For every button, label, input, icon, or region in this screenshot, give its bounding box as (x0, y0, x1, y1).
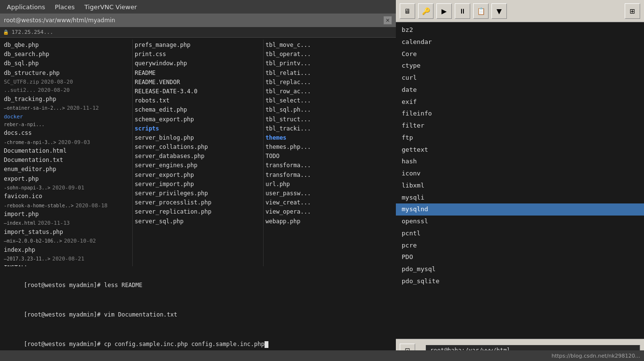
list-item: INSTALL (4, 263, 130, 267)
places-menu[interactable]: Places (52, 2, 77, 12)
list-item: —2017.3.23-11..> 2020-08-21 (4, 255, 130, 263)
list-item: tbl_tracki... (266, 124, 392, 133)
vnc-btn-monitor[interactable]: 🖥 (400, 3, 415, 19)
list-item: user_passw... (266, 189, 392, 198)
list-item: transforma... (266, 171, 392, 180)
list-item: server_processlist.php (135, 198, 261, 207)
extension-item-mysqli[interactable]: mysqli (396, 192, 644, 204)
extension-item-pcre[interactable]: pcre (396, 240, 644, 252)
list-item: tbl_replac... (266, 78, 392, 87)
terminal-title: root@westos:/var/www/html/myadmin (4, 17, 115, 24)
vnc-btn-clipboard[interactable]: 📋 (473, 3, 489, 19)
extension-item-filter[interactable]: filter (396, 120, 644, 132)
extension-item-libxml[interactable]: libxml (396, 180, 644, 192)
list-item: -chrome-a-npi-3..> 2020-09-03 (4, 138, 130, 147)
list-item: —ontainer-sa-in-2...> 2020-11-12 (4, 104, 130, 113)
extension-item-mysqlnd[interactable]: mysqlnd (396, 203, 644, 216)
list-item: Documentation.txt (4, 156, 130, 165)
command-line-2: [root@westos myadmin]# vim Documentation… (3, 300, 393, 330)
list-item: url.php (266, 180, 392, 189)
vnc-btn-key[interactable]: 🔑 (418, 3, 434, 19)
lock-icon: 🔒 (3, 29, 9, 35)
list-item: webapp.php (266, 217, 392, 226)
list-item: tbl_operat... (266, 50, 392, 59)
list-item: SC_UTF8.zip 2020-08-20 (4, 78, 130, 87)
list-item: querywindow.php (135, 59, 261, 68)
list-item: README.VENDOR (135, 78, 261, 87)
vnc-btn-play[interactable]: ▶ (436, 3, 452, 19)
extension-item-pcntl[interactable]: pcntl (396, 228, 644, 240)
tigervnc-menu[interactable]: TigerVNC Viewer (82, 2, 140, 12)
list-item: db_sql.php (4, 59, 130, 68)
list-item: server_export.php (135, 171, 261, 180)
vnc-btn-pause[interactable]: ⏸ (455, 3, 470, 19)
extension-item-iconv[interactable]: iconv (396, 168, 644, 180)
extension-item-ftp[interactable]: ftp (396, 132, 644, 144)
list-item: transforma... (266, 161, 392, 170)
list-item: themes.php... (266, 143, 392, 152)
vnc-btn-dropdown[interactable]: ▼ (491, 3, 507, 19)
extensions-list: bz2 calendar Core ctype curl date exif f… (396, 22, 644, 352)
extension-item-exif[interactable]: exif (396, 96, 644, 108)
extension-item-core[interactable]: Core (396, 48, 644, 60)
extension-item-date[interactable]: date (396, 84, 644, 96)
list-item: prefs_manage.php (135, 41, 261, 50)
status-bar (0, 350, 396, 361)
right-panel: bz2 calendar Core ctype curl date exif f… (396, 22, 644, 361)
list-item: scripts (135, 124, 261, 133)
file-col-3: tbl_move_c... tbl_operat... tbl_printv..… (264, 40, 394, 266)
list-item: tbl_sql.ph... (266, 105, 392, 115)
list-item: tbl_printv... (266, 59, 392, 68)
list-item: themes (266, 133, 392, 143)
list-item: db_search.php (4, 50, 130, 59)
list-item: docs.css (4, 129, 130, 138)
list-item: —index.html 2020-11-13 (4, 219, 130, 228)
list-item: enum_editor.php (4, 165, 130, 174)
extension-item-pdo-mysql[interactable]: pdo_mysql (396, 263, 644, 275)
list-item: docker (4, 113, 130, 121)
list-item: robots.txt (135, 96, 261, 105)
extension-item-hash[interactable]: hash (396, 156, 644, 168)
extension-item-pdo[interactable]: PDO (396, 251, 644, 263)
file-listing: db_qbe.php db_search.php db_sql.php db_s… (2, 40, 394, 266)
list-item: import.php (4, 210, 130, 219)
list-item: db_structure.php (4, 69, 130, 78)
list-item: Documentation.html (4, 146, 130, 156)
list-item: server_databases.php (135, 152, 261, 161)
terminal-titlebar: root@westos:/var/www/html/myadmin ✕ (0, 14, 396, 27)
extension-item-ctype[interactable]: ctype (396, 60, 644, 72)
extension-item-fileinfo[interactable]: fileinfo (396, 108, 644, 120)
list-item: server_collations.php (135, 143, 261, 152)
file-col-2: prefs_manage.php print.css querywindow.p… (133, 40, 264, 266)
extension-item-gettext[interactable]: gettext (396, 144, 644, 156)
list-item: server_engines.php (135, 161, 261, 170)
list-item: db_qbe.php (4, 41, 130, 50)
command-line-1: [root@westos myadmin]# less README (3, 270, 393, 300)
extension-item-openssl[interactable]: openssl (396, 216, 644, 228)
list-item: —mix—2.0.0-b2-106..> 2020-10-02 (4, 237, 130, 245)
applications-menu[interactable]: Applications (4, 2, 48, 12)
list-item: view_opera... (266, 207, 392, 217)
terminal-close-button[interactable]: ✕ (383, 16, 392, 25)
list-item: tbl_row_ac... (266, 87, 392, 96)
terminal-address-bar: 🔒 172.25.254... (0, 27, 396, 38)
list-item: tbl_move_c... (266, 41, 392, 50)
list-item: reber-a-npi... (4, 121, 130, 129)
list-item: export.php (4, 174, 130, 184)
list-item: tbl_relati... (266, 69, 392, 78)
terminal-commands: [root@westos myadmin]# less README [root… (0, 268, 396, 361)
list-item: TODO (266, 152, 392, 161)
list-item: server_import.php (135, 180, 261, 189)
extension-item-bz2[interactable]: bz2 (396, 24, 644, 36)
vnc-toolbar: 🖥 🔑 ▶ ⏸ 📋 ▼ ⊞ (396, 0, 644, 22)
list-item: db_tracking.php (4, 95, 130, 104)
vnc-btn-fullscreen[interactable]: ⊞ (625, 3, 640, 19)
left-menubar: Applications Places TigerVNC Viewer (0, 0, 396, 14)
right-status-bar: https://blog.csdn.net/nk298120... (396, 350, 644, 361)
list-item: import_status.php (4, 228, 130, 237)
list-item: -rebook-a-home-stable..> 2020-08-18 (4, 202, 130, 210)
terminal-window: root@westos:/var/www/html/myadmin ✕ 🔒 17… (0, 14, 396, 361)
extension-item-calendar[interactable]: calendar (396, 36, 644, 48)
extension-item-curl[interactable]: curl (396, 72, 644, 84)
extension-item-pdo-sqlite[interactable]: pdo_sqlite (396, 275, 644, 288)
